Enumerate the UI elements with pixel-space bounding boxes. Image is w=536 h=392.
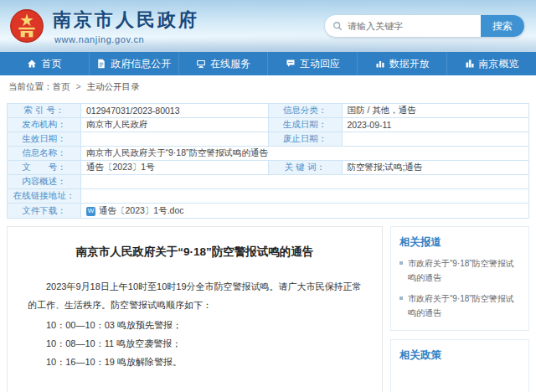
related-report-link[interactable]: 市政府关于“9·18”防空警报试鸣的通告 <box>399 257 520 285</box>
nav-item-home[interactable]: 首页 <box>0 52 90 75</box>
meta-value-file-download: W 通告〔2023〕1号.doc <box>81 204 529 219</box>
schedule-line: 10：16—10：19 鸣放解除警报。 <box>46 353 362 371</box>
meta-value-repeal-date <box>342 132 529 147</box>
meta-value-keywords: 防空警报;试鸣;通告 <box>342 161 529 175</box>
breadcrumb-prefix: 当前位置： <box>8 81 53 91</box>
site-brand: 南京市人民政府 www.nanjing.gov.cn <box>8 8 199 44</box>
nav-item-city-overview[interactable]: 南京概览 <box>447 52 536 75</box>
meta-label: 信息分类： <box>268 104 342 118</box>
related-report-text: 市政府关于“9·18”防空警报试鸣的通告 <box>408 257 520 285</box>
schedule-line: 10：08—10：11 鸣放空袭警报； <box>46 334 362 353</box>
meta-label: 关 键 词： <box>268 161 342 175</box>
breadcrumb-separator: > <box>75 81 80 91</box>
meta-label: 在线链接地址： <box>8 189 81 204</box>
nav-item-label: 互动回应 <box>300 57 340 71</box>
nav-item-online-service[interactable]: 在线服务 <box>179 52 269 75</box>
related-reports-box: 相关报道 市政府关于“9·18”防空警报试鸣的通告 市政府关于“9·18”防空警… <box>390 226 529 331</box>
content-area: 南京市人民政府关于“9·18”防空警报试鸣的通告 2023年9月18日上午10时… <box>7 226 529 392</box>
home-icon <box>27 59 37 69</box>
meta-label: 文 号： <box>8 161 81 175</box>
meta-label: 内容概述： <box>8 175 81 189</box>
table-row: 索 引 号： 012947031/2023-80013 信息分类： 国防 / 其… <box>8 104 529 118</box>
meta-value-issue-date: 2023-09-11 <box>342 118 529 132</box>
meta-value-category: 国防 / 其他，通告 <box>342 104 529 118</box>
meta-value-issuing-agency: 南京市人民政府 <box>81 118 269 132</box>
nav-item-label: 南京概览 <box>479 57 519 71</box>
meta-value-online-link <box>81 189 529 204</box>
search-icon <box>325 21 344 31</box>
table-row: 内容概述： <box>8 175 529 189</box>
notice-title: 南京市人民政府关于“9·18”防空警报试鸣的通告 <box>28 244 362 260</box>
breadcrumb-current: 主动公开目录 <box>86 81 139 91</box>
meta-value-effective-date <box>81 132 269 147</box>
related-report-link[interactable]: 市政府关于“9·18”防空警报试鸣的通告 <box>399 292 520 320</box>
table-row: 文 号： 通告〔2023〕1号 关 键 词： 防空警报;试鸣;通告 <box>8 161 529 175</box>
doc-file-icon: W <box>86 207 95 216</box>
table-row: 生效日期： 废止日期： <box>8 132 529 147</box>
document-meta-table: 索 引 号： 012947031/2023-80013 信息分类： 国防 / 其… <box>7 103 529 219</box>
site-url: www.nanjing.gov.cn <box>53 34 199 44</box>
nav-item-label: 首页 <box>41 57 61 71</box>
download-file-name: 通告〔2023〕1号.doc <box>99 205 184 217</box>
site-title: 南京市人民政府 <box>53 8 199 33</box>
site-header: 南京市人民政府 www.nanjing.gov.cn 搜索 <box>0 0 536 52</box>
open-data-icon <box>375 59 385 69</box>
bullet-icon <box>399 297 403 300</box>
related-policies-title: 相关政策 <box>399 348 520 363</box>
site-brand-text: 南京市人民政府 www.nanjing.gov.cn <box>53 8 199 44</box>
notice-paragraph: 2023年9月18日上午10时至10时19分全市防空警报试鸣。请广大市民保持正常… <box>28 277 362 314</box>
nav-item-label: 政府信息公开 <box>111 57 171 71</box>
nav-item-label: 数据开放 <box>389 57 430 71</box>
table-row: 在线链接地址： <box>8 189 529 204</box>
bullet-icon <box>399 261 403 265</box>
related-report-text: 市政府关于“9·18”防空警报试鸣的通告 <box>408 292 520 320</box>
meta-label: 索 引 号： <box>8 104 81 118</box>
meta-label: 文件下载： <box>8 204 81 219</box>
nav-item-info-disclosure[interactable]: 政府信息公开 <box>90 52 179 75</box>
sidebar: 相关报道 市政府关于“9·18”防空警报试鸣的通告 市政府关于“9·18”防空警… <box>390 226 529 392</box>
siren-schedule: 10：00—10：03 鸣放预先警报； 10：08—10：11 鸣放空袭警报； … <box>28 316 362 371</box>
meta-value-doc-number: 通告〔2023〕1号 <box>81 161 269 175</box>
meta-label: 生成日期： <box>268 118 342 132</box>
nav-item-interaction[interactable]: 互动回应 <box>268 52 358 75</box>
site-search: 搜索 <box>325 15 524 37</box>
meta-label: 发布机构： <box>8 118 81 132</box>
table-row: 信息名称： 南京市人民政府关于“9·18”防空警报试鸣的通告 <box>8 147 529 161</box>
breadcrumb: 当前位置：首页 > 主动公开目录 <box>0 75 536 97</box>
meta-label: 信息名称： <box>8 147 81 161</box>
related-policies-box: 相关政策 <box>390 339 529 392</box>
info-disclosure-icon <box>96 59 106 69</box>
table-row: 发布机构： 南京市人民政府 生成日期： 2023-09-11 <box>8 118 529 132</box>
meta-value-info-name: 南京市人民政府关于“9·18”防空警报试鸣的通告 <box>81 147 529 161</box>
nav-item-label: 在线服务 <box>210 57 250 71</box>
table-row: 文件下载： W 通告〔2023〕1号.doc <box>8 204 529 219</box>
meta-label: 废止日期： <box>268 132 342 147</box>
main-nav: 首页 政府信息公开 在线服务 互动回应 数据开放 南京概览 <box>0 52 536 75</box>
breadcrumb-home-link[interactable]: 首页 <box>53 81 70 91</box>
nav-item-open-data[interactable]: 数据开放 <box>358 52 447 75</box>
related-reports-title: 相关报道 <box>399 235 520 250</box>
interaction-icon <box>286 59 296 69</box>
meta-label: 生效日期： <box>8 132 81 147</box>
download-file-link[interactable]: W 通告〔2023〕1号.doc <box>86 205 184 217</box>
meta-value-summary <box>81 175 529 189</box>
online-service-icon <box>196 59 206 69</box>
schedule-line: 10：00—10：03 鸣放预先警报； <box>46 316 362 334</box>
search-button[interactable]: 搜索 <box>481 15 524 37</box>
search-input[interactable] <box>344 21 481 31</box>
meta-value-index-number: 012947031/2023-80013 <box>81 104 269 118</box>
national-emblem-logo <box>8 8 45 44</box>
notice-document: 南京市人民政府关于“9·18”防空警报试鸣的通告 2023年9月18日上午10时… <box>7 226 383 392</box>
city-overview-icon <box>465 59 475 69</box>
